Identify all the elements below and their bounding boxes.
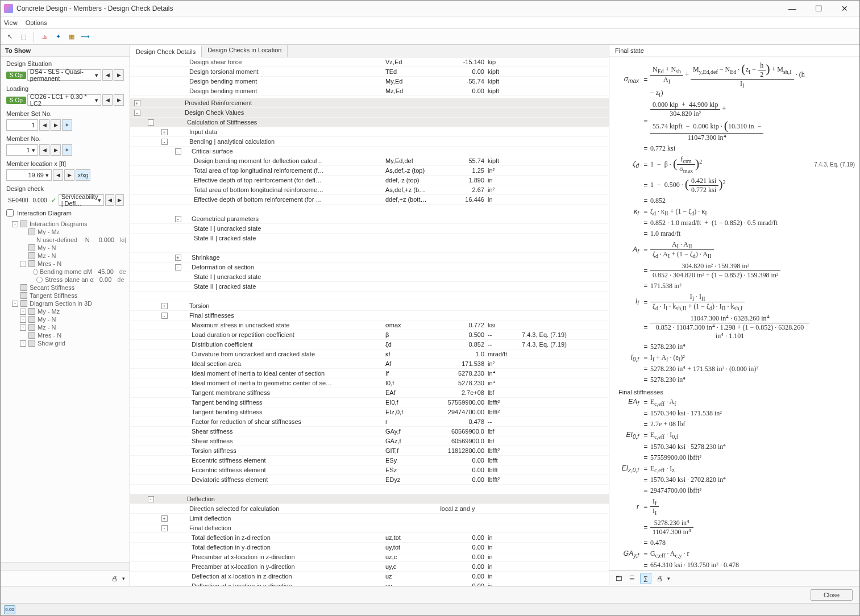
next-button[interactable]: ▶ bbox=[114, 69, 124, 81]
row-expander[interactable]: - bbox=[161, 313, 168, 319]
tree-item[interactable]: My - Mz bbox=[4, 228, 126, 236]
next-button[interactable]: ▶ bbox=[114, 94, 124, 106]
grid-row[interactable]: State I | uncracked state bbox=[130, 272, 609, 282]
grid-row[interactable]: State II | cracked state bbox=[130, 282, 609, 292]
tree-expander[interactable]: + bbox=[20, 340, 26, 347]
tree-checkbox[interactable] bbox=[20, 292, 27, 299]
next-button[interactable]: ▶ bbox=[115, 194, 124, 206]
menu-view[interactable]: View bbox=[4, 19, 18, 26]
grid-row[interactable]: Distribution coefficientζd0.852--7.4.3, … bbox=[130, 340, 609, 349]
tree-checkbox[interactable] bbox=[20, 220, 27, 227]
grid-row[interactable]: Deflection at x-location in y-directionu… bbox=[130, 581, 609, 586]
design-situation-combo[interactable]: DS4 - SLS - Quasi-permanent▾ bbox=[27, 69, 101, 81]
next-button[interactable]: ▶ bbox=[51, 119, 61, 131]
grid-row[interactable]: Direction selected for calculationlocal … bbox=[130, 504, 609, 514]
horizontal-scrollbar[interactable] bbox=[1, 562, 130, 570]
grid-row[interactable]: Deviatoric stiffness elementEDyz0.00lbff… bbox=[130, 475, 609, 485]
grid-row[interactable]: State I | uncracked state bbox=[130, 224, 609, 234]
next-button[interactable]: ▶ bbox=[51, 144, 61, 156]
row-expander[interactable]: - bbox=[175, 148, 181, 155]
list-icon[interactable]: ☰ bbox=[626, 573, 638, 584]
row-expander[interactable]: - bbox=[161, 525, 168, 531]
tree-checkbox[interactable] bbox=[28, 324, 35, 331]
grid-row[interactable]: Eccentric stiffness elementESy0.00lbfft bbox=[130, 456, 609, 465]
tree-expander[interactable]: + bbox=[20, 324, 26, 331]
tree-item[interactable]: Mz - N bbox=[4, 252, 126, 260]
grid-row[interactable]: Total area of top longitudinal reinforce… bbox=[130, 166, 609, 176]
tree-expander[interactable]: + bbox=[20, 309, 26, 315]
tab-design-checks-in-location[interactable]: Design Checks in Location bbox=[202, 45, 288, 57]
formula-icon[interactable]: ∑ bbox=[640, 573, 651, 584]
tree-expander[interactable]: - bbox=[12, 221, 18, 227]
grid-row[interactable]: Maximum stress in uncracked stateσmax0.7… bbox=[130, 321, 609, 330]
tree-checkbox[interactable] bbox=[28, 316, 35, 323]
grid-row[interactable]: Design bending momentMy,Ed-55.74kipft bbox=[130, 77, 609, 86]
tree-item[interactable]: +My - Mz bbox=[4, 307, 126, 315]
tree-checkbox[interactable] bbox=[28, 244, 35, 251]
row-expander[interactable]: + bbox=[161, 515, 168, 522]
grid-row[interactable]: Effective depth of top reinforcement (fo… bbox=[130, 176, 609, 185]
tree-checkbox[interactable] bbox=[28, 332, 35, 339]
row-expander[interactable]: - bbox=[134, 110, 140, 116]
row-expander[interactable]: + bbox=[161, 129, 168, 135]
prev-button[interactable]: ◀ bbox=[102, 69, 113, 81]
grid-row[interactable]: State II | cracked state bbox=[130, 234, 609, 243]
row-expander[interactable]: - bbox=[148, 496, 154, 502]
prev-button[interactable]: ◀ bbox=[39, 119, 49, 131]
grid-row[interactable]: Shear stiffnessGAz,f60569900.0lbf bbox=[130, 436, 609, 446]
interaction-diagram-checkbox[interactable] bbox=[6, 209, 14, 217]
grid-row[interactable]: Tangent bending stiffnessEI0,f57559900.0… bbox=[130, 398, 609, 407]
grid-row[interactable]: -Calculation of Stiffnesses bbox=[130, 118, 609, 127]
print-icon[interactable]: 🖨 bbox=[654, 573, 665, 584]
tree-expander[interactable]: + bbox=[20, 317, 26, 323]
chevron-down-icon[interactable]: ▾ bbox=[122, 576, 125, 581]
prev-button[interactable]: ◀ bbox=[39, 144, 49, 156]
axes-icon[interactable]: ✦ bbox=[52, 31, 64, 43]
grid-row[interactable]: Eccentric stiffness elementESz0.00lbfft bbox=[130, 465, 609, 475]
details-grid[interactable]: Design shear forceVz,Ed-15.140kipDesign … bbox=[130, 57, 609, 586]
tree-item[interactable]: -Interaction Diagrams bbox=[4, 220, 126, 228]
prev-button[interactable]: ◀ bbox=[105, 194, 114, 206]
chart-icon[interactable]: ⫡ bbox=[39, 31, 50, 43]
grid-row[interactable]: Total deflection in y-directionuy,tot0.0… bbox=[130, 543, 609, 552]
grid-row[interactable]: Precamber at x-location in z-directionuz… bbox=[130, 552, 609, 562]
grid-row[interactable]: Torsion stiffnessGIT,f11812800.00lbfft² bbox=[130, 446, 609, 456]
grid-row[interactable]: -Design Check Values bbox=[130, 108, 609, 118]
grid-row[interactable]: Ideal moment of inertia to ideal center … bbox=[130, 369, 609, 378]
grid-row[interactable]: -Final deflection bbox=[130, 523, 609, 533]
row-expander[interactable]: - bbox=[175, 264, 181, 270]
loading-combo[interactable]: CO26 - LC1 + 0.30 * LC2▾ bbox=[27, 94, 101, 106]
grid-row[interactable]: Precamber at x-location in y-directionuy… bbox=[130, 562, 609, 572]
grid-row[interactable]: -Final stiffnesses bbox=[130, 311, 609, 321]
location-mode-button[interactable]: x/xg bbox=[76, 169, 90, 181]
grid-row[interactable]: Curvature from uncracked and cracked sta… bbox=[130, 349, 609, 359]
tree-item[interactable]: Secant Stiffness bbox=[4, 284, 126, 292]
status-precision-icon[interactable]: 0.00 bbox=[4, 605, 15, 614]
tree-checkbox[interactable] bbox=[28, 308, 35, 315]
grid-row[interactable]: Load duration or repetition coefficientβ… bbox=[130, 330, 609, 340]
member-no-combo[interactable]: 1 ▾ bbox=[6, 144, 38, 156]
tree-expander[interactable]: - bbox=[12, 301, 18, 307]
grid-row[interactable]: -Deflection bbox=[130, 494, 609, 504]
section-icon[interactable]: ▦ bbox=[66, 31, 77, 43]
cursor-icon[interactable]: ↖ bbox=[4, 31, 15, 43]
grid-row[interactable]: Total deflection in z-directionuz,tot0.0… bbox=[130, 533, 609, 543]
tree-expander[interactable]: - bbox=[20, 261, 26, 267]
row-expander[interactable]: + bbox=[161, 303, 168, 309]
tree-item[interactable]: Mres - N bbox=[4, 331, 126, 339]
tree-item[interactable]: +Mz - N bbox=[4, 323, 126, 331]
tree-checkbox[interactable] bbox=[28, 260, 35, 267]
tree-checkbox[interactable] bbox=[28, 252, 35, 259]
grid-row[interactable]: Tangent bending stiffnessEIz,0,f29474700… bbox=[130, 407, 609, 417]
row-expander[interactable]: - bbox=[148, 119, 154, 126]
grid-row[interactable]: Factor for reduction of shear stiffnesse… bbox=[130, 417, 609, 427]
grid-row[interactable]: +Torsion bbox=[130, 301, 609, 311]
tree-checkbox[interactable] bbox=[20, 284, 27, 291]
row-expander[interactable]: - bbox=[175, 216, 181, 222]
member-set-input[interactable] bbox=[6, 119, 38, 131]
print-icon[interactable]: 🖨 bbox=[109, 573, 120, 584]
tree-item[interactable]: +My - N bbox=[4, 315, 126, 323]
options-tree[interactable]: -Interaction DiagramsMy - MzN user-defin… bbox=[1, 219, 130, 562]
grid-row[interactable]: -Critical surface bbox=[130, 147, 609, 156]
grid-row[interactable]: +Input data bbox=[130, 127, 609, 137]
